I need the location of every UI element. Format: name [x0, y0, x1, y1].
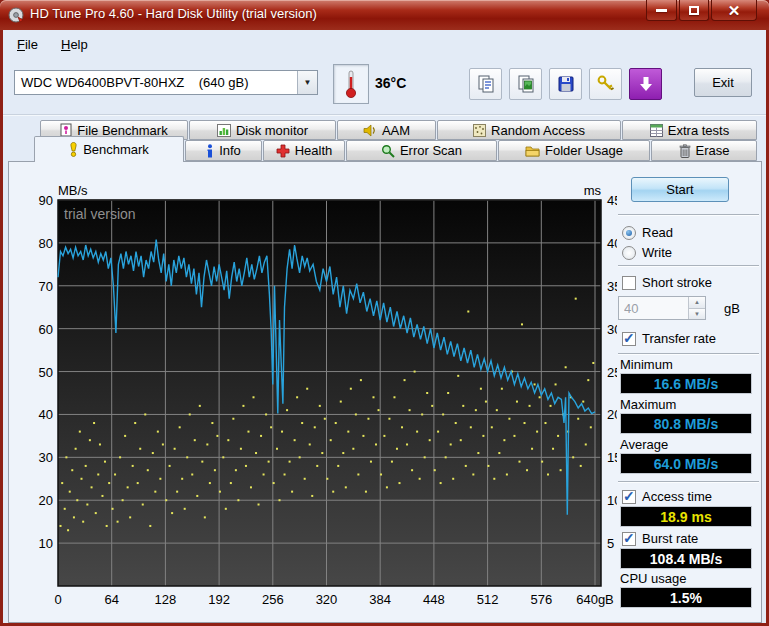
tab-disk-monitor[interactable]: Disk monitor	[189, 120, 336, 140]
burst-rate-checkbox[interactable]	[622, 532, 636, 546]
close-button[interactable]: ✕	[711, 0, 757, 21]
minimize-button[interactable]	[646, 0, 677, 21]
tab-error-scan[interactable]: Error Scan	[346, 140, 497, 161]
tab-health[interactable]: Health	[263, 140, 345, 161]
svg-text:ms: ms	[584, 183, 602, 198]
svg-text:25: 25	[607, 365, 617, 380]
menu-file[interactable]: File	[11, 35, 44, 54]
read-option: Read	[622, 225, 673, 240]
svg-text:35: 35	[607, 279, 617, 294]
options-button[interactable]	[589, 68, 622, 100]
temperature-value: 36°C	[375, 75, 406, 91]
aam-speaker-icon	[363, 124, 377, 137]
maximum-label: Maximum	[620, 397, 676, 412]
short-stroke-spinner[interactable]: ▲ ▼	[618, 296, 706, 320]
client-area: File Help WDC WD6400BPVT-80HXZ (640 gB) …	[3, 30, 766, 623]
hd-tune-logo-icon	[8, 7, 25, 23]
svg-text:448: 448	[423, 592, 445, 607]
extra-tests-icon	[650, 124, 663, 137]
svg-text:64: 64	[104, 592, 118, 607]
svg-text:192: 192	[208, 592, 230, 607]
close-icon: ✕	[728, 3, 741, 18]
spinner-up-button[interactable]: ▲	[689, 297, 705, 309]
minimum-value: 16.6 MB/s	[620, 373, 752, 394]
short-stroke-value-input[interactable]	[619, 297, 688, 319]
benchmark-panel: 1020304050607080905101520253035404506412…	[8, 161, 762, 623]
file-benchmark-icon	[60, 123, 72, 137]
exit-button[interactable]: Exit	[694, 68, 752, 97]
svg-text:576: 576	[530, 592, 552, 607]
copy-image-button[interactable]	[509, 68, 542, 100]
benchmark-icon	[69, 142, 78, 157]
window-title: HD Tune Pro 4.60 - Hard Disk Utility (tr…	[30, 6, 317, 21]
copy-image-icon	[516, 74, 536, 94]
short-stroke-option: Short stroke	[622, 275, 712, 290]
chevron-down-icon: ▼	[297, 71, 317, 94]
access-time-value: 18.9 ms	[620, 506, 752, 527]
save-button[interactable]	[549, 68, 582, 100]
separator	[618, 353, 759, 355]
maximize-button[interactable]	[679, 0, 709, 21]
burst-rate-option: Burst rate	[622, 531, 698, 546]
save-icon	[556, 74, 576, 94]
svg-text:80: 80	[39, 236, 53, 251]
svg-text:20: 20	[607, 407, 617, 422]
random-access-icon	[473, 124, 486, 137]
burst-rate-label: Burst rate	[642, 531, 698, 546]
tab-random-access[interactable]: Random Access	[437, 120, 621, 140]
erase-trash-icon	[679, 144, 691, 158]
toolbar-separator	[3, 114, 766, 116]
temperature-indicator	[333, 64, 369, 104]
disk-monitor-icon	[217, 124, 231, 137]
svg-text:0: 0	[54, 592, 61, 607]
burst-rate-value: 108.4 MB/s	[620, 548, 752, 569]
minimum-label: Minimum	[620, 357, 673, 372]
access-time-checkbox[interactable]	[622, 490, 636, 504]
menu-help[interactable]: Help	[55, 35, 94, 54]
transfer-rate-checkbox[interactable]	[622, 332, 636, 346]
svg-text:30: 30	[607, 322, 617, 337]
svg-text:90: 90	[39, 193, 53, 208]
tab-folder-usage[interactable]: Folder Usage	[498, 140, 650, 161]
svg-text:30: 30	[39, 450, 53, 465]
tab-aam[interactable]: AAM	[337, 120, 436, 140]
cpu-usage-label: CPU usage	[620, 571, 686, 586]
thermometer-icon	[344, 69, 358, 99]
options-keys-icon	[596, 74, 616, 94]
svg-text:20: 20	[39, 493, 53, 508]
svg-text:10: 10	[607, 493, 617, 508]
svg-text:640gB: 640gB	[576, 592, 614, 607]
error-scan-magnifier-icon	[381, 144, 395, 158]
read-radio[interactable]	[622, 226, 636, 240]
folder-usage-icon	[525, 145, 540, 157]
svg-text:45: 45	[607, 193, 617, 208]
title-bar: HD Tune Pro 4.60 - Hard Disk Utility (tr…	[0, 0, 769, 30]
svg-text:60: 60	[39, 322, 53, 337]
drive-selector[interactable]: WDC WD6400BPVT-80HXZ (640 gB) ▼	[14, 70, 318, 95]
svg-text:15: 15	[607, 450, 617, 465]
tab-info[interactable]: Info	[185, 140, 262, 161]
svg-text:40: 40	[607, 236, 617, 251]
svg-text:5: 5	[607, 536, 614, 551]
separator	[618, 265, 759, 267]
start-button[interactable]: Start	[631, 177, 729, 202]
download-button[interactable]	[629, 68, 662, 100]
access-time-label: Access time	[642, 489, 712, 504]
average-label: Average	[620, 437, 668, 452]
drive-selector-value: WDC WD6400BPVT-80HXZ (640 gB)	[15, 75, 297, 90]
cpu-usage-value: 1.5%	[620, 587, 752, 608]
write-radio[interactable]	[622, 246, 636, 260]
short-stroke-unit: gB	[724, 301, 740, 316]
short-stroke-checkbox[interactable]	[622, 276, 636, 290]
svg-text:10: 10	[39, 536, 53, 551]
read-label: Read	[642, 225, 673, 240]
spinner-down-button[interactable]: ▼	[689, 309, 705, 320]
menu-bar: File Help	[3, 30, 766, 58]
svg-text:40: 40	[39, 407, 53, 422]
tab-benchmark[interactable]: Benchmark	[34, 136, 184, 162]
tab-extra-tests[interactable]: Extra tests	[622, 120, 757, 140]
svg-text:384: 384	[369, 592, 391, 607]
tab-erase[interactable]: Erase	[651, 140, 757, 161]
copy-text-button[interactable]	[469, 68, 502, 100]
separator	[618, 481, 759, 483]
